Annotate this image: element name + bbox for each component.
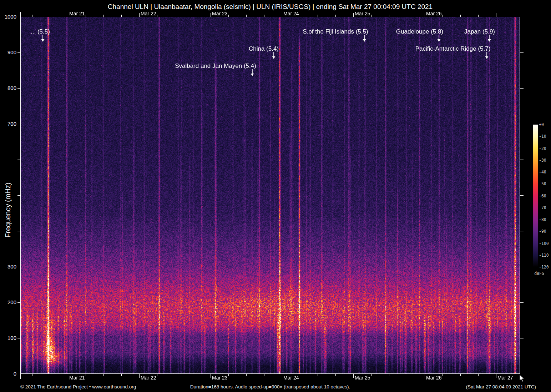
- annotation-label: Japan (5.9): [408, 28, 551, 35]
- axis-tick: [211, 13, 211, 17]
- axis-tick: [282, 13, 282, 17]
- axis-tick: [282, 374, 282, 378]
- axis-tick: [514, 15, 514, 17]
- axis-tick: [371, 374, 371, 376]
- y-tick-label: 900: [0, 50, 16, 55]
- axis-tick: [17, 17, 20, 17]
- axis-tick: [17, 52, 20, 53]
- axis-tick: [264, 15, 264, 17]
- x-tick-label-top: Mar 21: [69, 11, 85, 16]
- axis-tick: [520, 374, 520, 379]
- axis-tick: [193, 374, 193, 376]
- axis-tick: [520, 124, 524, 124]
- axis-tick: [86, 15, 86, 17]
- axis-tick: [175, 374, 175, 376]
- axis-tick: [520, 12, 520, 17]
- x-tick-label-top: Mar 22: [141, 11, 156, 16]
- axis-tick: [139, 13, 140, 17]
- axis-tick: [32, 15, 32, 17]
- axis-tick: [478, 374, 479, 376]
- y-tick-label: 0: [0, 371, 16, 377]
- annotation-arrow: [362, 35, 367, 42]
- axis-tick: [425, 13, 425, 17]
- axis-tick: [318, 15, 318, 17]
- axis-tick: [68, 374, 68, 378]
- axis-tick: [520, 267, 524, 267]
- footer-duration: Duration=168 hours. Audio speed-up=900× …: [20, 384, 520, 390]
- y-tick-label: 300: [0, 264, 16, 270]
- colorbar-tick-label: -80: [539, 217, 546, 222]
- x-tick-label-top: Mar 24: [283, 11, 299, 16]
- axis-tick: [496, 13, 496, 17]
- axis-tick: [335, 15, 336, 17]
- x-tick-label-bottom: Mar 23: [212, 375, 228, 381]
- colorbar-tick-label: -60: [539, 194, 546, 198]
- y-axis-label: Frequency (mHz): [4, 159, 12, 262]
- y-tick-label: 100: [0, 335, 16, 341]
- axis-tick: [300, 374, 300, 376]
- annotation-arrow: [487, 35, 491, 42]
- axis-tick: [103, 15, 104, 17]
- axis-tick: [50, 374, 50, 376]
- annotation-label: ... (5.5): [0, 28, 112, 35]
- colorbar-tick-label: -50: [539, 182, 546, 186]
- x-tick-label-bottom: Mar 21: [69, 375, 85, 381]
- axis-tick: [17, 267, 20, 267]
- spectrogram-canvas: [21, 17, 520, 374]
- axis-tick: [514, 374, 514, 376]
- axis-tick: [17, 374, 20, 374]
- axis-tick: [121, 15, 122, 17]
- x-tick-label-top: Mar 23: [212, 11, 228, 16]
- axis-tick: [246, 374, 247, 376]
- axis-tick: [443, 15, 443, 17]
- x-tick-label-bottom: Mar 22: [141, 375, 156, 381]
- axis-tick: [425, 374, 425, 378]
- x-tick-label-top: Mar 25: [355, 11, 370, 16]
- axis-tick: [50, 15, 50, 17]
- spectrogram-figure: Channel ULN | Ulaanbaatar, Mongolia (sei…: [0, 0, 551, 392]
- axis-tick: [520, 231, 524, 231]
- axis-tick: [17, 195, 20, 196]
- colorbar-unit-label: dBFS: [531, 271, 547, 276]
- axis-tick: [193, 15, 193, 17]
- axis-tick: [520, 195, 524, 196]
- y-tick-label: 200: [0, 300, 16, 305]
- axis-tick: [17, 88, 20, 89]
- axis-tick: [121, 374, 122, 376]
- y-tick-label: 800: [0, 85, 16, 91]
- axis-tick: [520, 52, 524, 53]
- annotation-arrow: [272, 52, 276, 59]
- colorbar-tick-label: -20: [539, 146, 546, 151]
- annotation-label: Svalbard and Jan Mayen (5.4): [144, 62, 287, 69]
- axis-tick: [103, 374, 104, 376]
- chart-title: Channel ULN | Ulaanbaatar, Mongolia (sei…: [20, 3, 520, 11]
- colorbar-tick-label: -10: [539, 134, 546, 139]
- axis-tick: [407, 15, 407, 17]
- axis-tick: [17, 231, 20, 231]
- axis-tick: [17, 338, 20, 338]
- annotation-label: China (5.4): [192, 45, 335, 52]
- axis-tick: [335, 374, 336, 376]
- colorbar-tick-label: -120: [539, 265, 549, 269]
- colorbar-gradient: [533, 125, 538, 267]
- axis-tick: [32, 374, 32, 376]
- axis-tick: [353, 374, 354, 378]
- colorbar-tick-label: -40: [539, 170, 546, 174]
- axis-tick: [175, 15, 175, 17]
- y-tick-label: 700: [0, 121, 16, 127]
- axis-tick: [520, 338, 524, 338]
- x-tick-label-bottom: Mar 26: [426, 375, 442, 381]
- axis-tick: [17, 302, 20, 303]
- colorbar-tick-label: -110: [539, 253, 549, 257]
- annotation-arrow: [250, 69, 254, 76]
- axis-tick: [520, 88, 524, 89]
- axis-tick: [264, 374, 264, 376]
- colorbar-tick-label: -90: [539, 229, 546, 233]
- axis-tick: [157, 374, 157, 376]
- axis-tick: [520, 17, 524, 17]
- axis-tick: [17, 160, 20, 160]
- axis-tick: [157, 15, 157, 17]
- axis-tick: [228, 15, 229, 17]
- axis-tick: [496, 374, 496, 378]
- axis-tick: [389, 374, 389, 376]
